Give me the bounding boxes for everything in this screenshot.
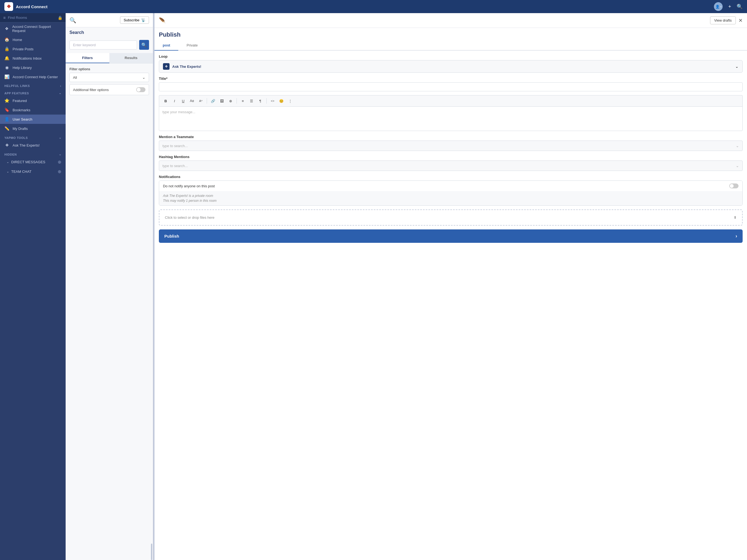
link-button[interactable]: 🔗 [209,97,217,105]
sidebar-item-home[interactable]: 🏠 Home [0,35,66,44]
sidebar-item-ask-experts[interactable]: ❖ Ask The Experts! [0,141,66,150]
loop-chevron-down-icon: ⌄ [735,64,739,69]
tab-filters[interactable]: Filters [66,53,109,63]
add-icon[interactable]: + [728,4,731,9]
publish-chevron-icon: › [736,233,737,239]
sidebar-direct-messages[interactable]: ⌄ DIRECT MESSAGES ⊕ [0,157,66,167]
hamburger-icon: ≡ [3,15,6,20]
tab-post[interactable]: post [154,41,178,51]
mention-placeholder: type to search... [162,144,188,148]
sidebar-item-help-library[interactable]: ◉ Help Library [0,63,66,72]
sidebar-item-label: Bookmarks [12,108,30,112]
subscribe-button[interactable]: Subscribe 📡 [120,17,149,24]
code-button[interactable]: <> [269,97,277,105]
find-rooms-bar[interactable]: ≡ 🔒 [0,13,66,22]
mention-label: Mention a Teammate [159,135,743,139]
sidebar-item-user-search[interactable]: 👤 User Search [0,114,66,124]
underline-button[interactable]: U [179,97,187,105]
file-drop-label: Click to select or drop files here [165,215,214,220]
message-editor[interactable]: type your message... [159,106,743,131]
additional-filter-label: Additional filter options [73,88,109,92]
sidebar-item-support[interactable]: ❖ Accord Connect Support Request [0,22,66,35]
publish-title-row: Publish [154,28,747,38]
loop-name: Ask The Experts! [172,65,201,69]
notif-info-line1: Ask The Experts! is a private room [163,193,739,198]
home-icon: 🏠 [4,37,9,42]
search-title-row: Search [66,27,153,36]
find-rooms-input[interactable] [8,16,55,20]
sidebar-item-label: Accord Connect Support Request [12,25,61,33]
avatar-initials: 👤 [715,5,720,9]
filter-section: Filter options All ⌄ Additional filter o… [66,63,153,99]
mention-dropdown[interactable]: type to search... ⌄ [159,141,743,151]
font-small-button[interactable]: Aᵃ [197,97,205,105]
italic-button[interactable]: I [171,97,178,105]
more-button[interactable]: ⊕ [227,97,234,105]
drafts-icon: ✏️ [4,126,9,131]
dm-label: DIRECT MESSAGES [11,160,45,164]
bookmark-icon: 🔖 [4,107,9,112]
search-go-button[interactable]: 🔍 [139,40,149,50]
loop-label: Loop [159,54,743,58]
publish-panel-header: 🪶 View drafts ✕ [154,13,747,28]
image-button[interactable]: 🖼 [218,97,226,105]
search-icon[interactable]: 🔍 [737,4,743,9]
tab-private[interactable]: Private [178,41,206,51]
sidebar-item-private-posts[interactable]: 🔒 Private Posts [0,44,66,54]
hashtag-label: Hashtag Mentions [159,155,743,159]
sidebar-item-featured[interactable]: ⭐ Featured [0,96,66,105]
ordered-list-button[interactable]: ≡ [239,97,247,105]
add-chat-icon[interactable]: ⊕ [58,169,61,174]
toolbar-divider [207,98,207,104]
search-input-row: 🔍 [66,36,153,53]
section-label: HIDDEN [4,153,17,156]
search-input[interactable] [70,41,137,50]
experts-icon: ❖ [4,143,9,148]
close-button[interactable]: ✕ [739,18,743,24]
file-drop-area[interactable]: Click to select or drop files here ⬆ [159,209,743,226]
notifications-box: Do not notify anyone on this post Ask Th… [159,180,743,206]
filter-dropdown[interactable]: All ⌄ [70,73,149,82]
font-size-button[interactable]: Aα [188,97,196,105]
paragraph-button[interactable]: ¶ [256,97,264,105]
bold-button[interactable]: B [162,97,170,105]
tab-results[interactable]: Results [109,53,153,63]
unordered-list-button[interactable]: ☰ [248,97,255,105]
section-app-features[interactable]: APP FEATURES ⌄ [0,88,66,96]
additional-filter-row[interactable]: Additional filter options [70,84,149,95]
sidebar-item-notifications[interactable]: 🔔 Notifications Inbox [0,54,66,63]
filter-options-label: Filter options [70,67,149,71]
section-yapmo-tools[interactable]: YAPMO TOOLS ⌄ [0,133,66,141]
mention-chevron-down-icon: ⌄ [736,144,739,148]
content-area: 🔍 Subscribe 📡 Search 🔍 Filt [66,13,747,560]
notifications-label: Notifications [159,175,743,179]
bell-icon: 🔔 [4,56,9,61]
title-input[interactable] [159,82,743,91]
chevron-down-icon: ⌄ [142,75,146,80]
more-options-button[interactable]: ⋮ [286,97,294,105]
add-dm-icon[interactable]: ⊕ [58,159,61,164]
hashtag-dropdown[interactable]: type to search... ⌄ [159,160,743,171]
subscribe-icon: 📡 [141,18,146,22]
loop-selector[interactable]: ❖ Ask The Experts! ⌄ [159,60,743,73]
publish-button[interactable]: Publish › [159,229,743,243]
editor-placeholder: type your message... [162,110,196,114]
section-label: APP FEATURES [4,92,29,95]
emoji-button[interactable]: 😊 [278,97,285,105]
sidebar-item-my-drafts[interactable]: ✏️ My Drafts [0,124,66,133]
section-helpful-links[interactable]: HELPFUL LINKS › [0,81,66,88]
view-drafts-button[interactable]: View drafts [710,17,736,24]
sidebar-item-bookmarks[interactable]: 🔖 Bookmarks [0,105,66,114]
sidebar-item-label: Home [12,38,22,42]
section-hidden[interactable]: HIDDEN ⌄ [0,150,66,157]
sidebar-team-chat[interactable]: ⌄ TEAM CHAT ⊕ [0,167,66,176]
avatar[interactable]: 👤 ▾ [714,2,723,11]
header-right: 👤 ▾ + 🔍 [714,2,743,11]
sidebar-item-label: User Search [12,117,32,121]
additional-filter-toggle[interactable] [136,87,146,92]
mention-section: Mention a Teammate type to search... ⌄ [159,135,743,151]
search-header-icon[interactable]: 🔍 [70,17,76,24]
notifications-toggle[interactable] [729,183,739,188]
sidebar-item-help-center[interactable]: 📊 Accord Connect Help Center [0,72,66,81]
header-left: ❖ Accord Connect [4,2,48,11]
